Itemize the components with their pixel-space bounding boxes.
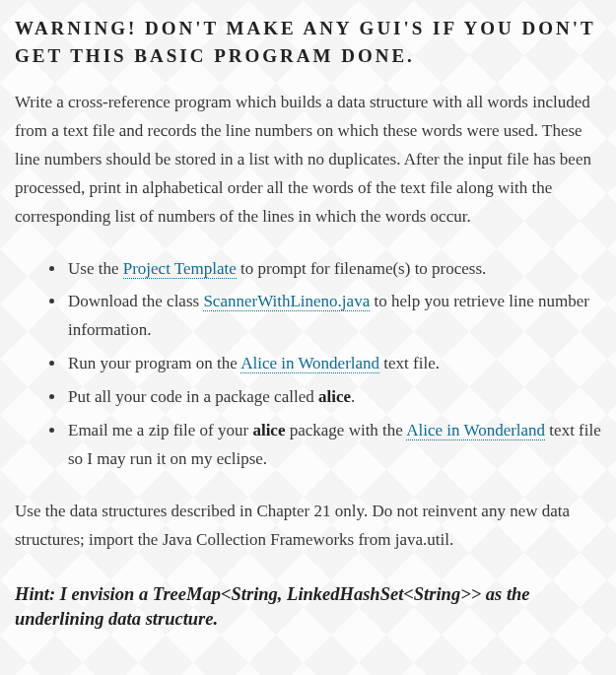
alice-text-link[interactable]: Alice in Wonderland <box>406 421 545 440</box>
list-item: Email me a zip file of your alice packag… <box>66 417 601 474</box>
text: Put all your code in a package called <box>68 387 318 406</box>
list-item: Run your program on the Alice in Wonderl… <box>66 350 601 378</box>
warning-heading: WARNING! DON'T MAKE ANY GUI'S IF YOU DON… <box>15 15 601 69</box>
text: package with the <box>285 421 406 439</box>
intro-paragraph: Write a cross-reference program which bu… <box>15 89 601 231</box>
package-name: alice <box>318 387 351 406</box>
list-item: Download the class ScannerWithLineno.jav… <box>66 288 601 345</box>
list-item: Put all your code in a package called al… <box>66 383 601 412</box>
hint-paragraph: Hint: I envision a TreeMap<String, Linke… <box>15 582 601 632</box>
text: Run your program on the <box>68 354 240 372</box>
text: . <box>351 387 355 406</box>
instruction-list: Use the Project Template to prompt for f… <box>15 255 601 474</box>
text: Use the <box>68 259 123 278</box>
alice-text-link[interactable]: Alice in Wonderland <box>240 354 379 373</box>
package-name: alice <box>252 421 285 439</box>
text: to prompt for filename(s) to process. <box>237 259 487 278</box>
text: Download the class <box>68 292 203 310</box>
scanner-link[interactable]: ScannerWithLineno.java <box>203 292 370 311</box>
text: text file. <box>379 354 440 372</box>
closing-paragraph: Use the data structures described in Cha… <box>15 498 601 555</box>
project-template-link[interactable]: Project Template <box>123 259 237 279</box>
text: Email me a zip file of your <box>68 421 252 439</box>
list-item: Use the Project Template to prompt for f… <box>66 255 601 284</box>
